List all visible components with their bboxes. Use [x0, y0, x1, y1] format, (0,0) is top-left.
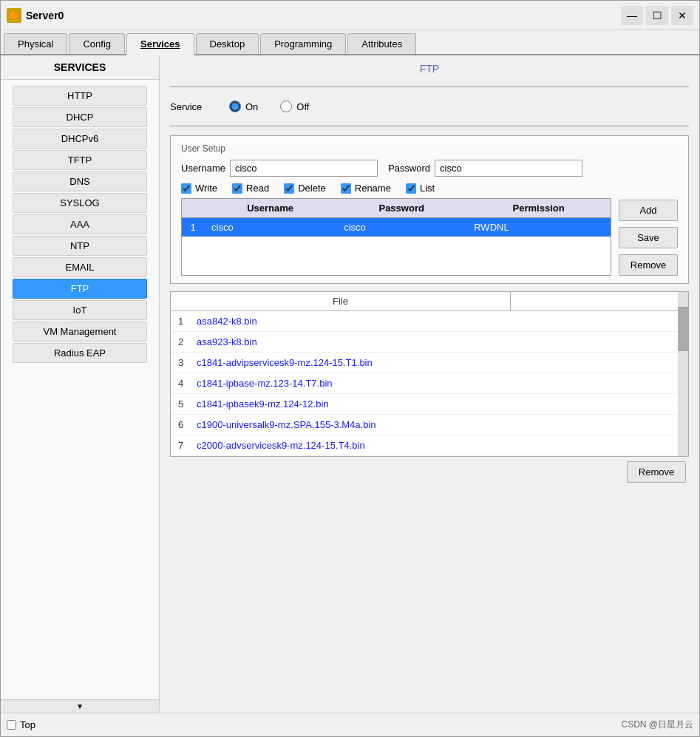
file-name[interactable]: c2000-advservicesk9-mz.124-15.T4.bin: [197, 440, 365, 451]
sidebar-scroll[interactable]: HTTP DHCP DHCPv6 TFTP DNS SYSLOG AAA NTP…: [1, 80, 159, 699]
file-name[interactable]: c1900-universalk9-mz.SPA.155-3.M4a.bin: [197, 419, 376, 430]
radio-on-label: On: [245, 101, 258, 112]
minimize-button[interactable]: —: [621, 6, 643, 25]
file-col-file-header: File: [171, 292, 511, 310]
sidebar-item-radius-eap[interactable]: Radius EAP: [13, 343, 147, 363]
checkbox-rename-input[interactable]: [341, 183, 351, 194]
checkbox-list[interactable]: List: [406, 183, 435, 194]
file-row-num: 7: [178, 440, 197, 451]
user-setup-title: User Setup: [181, 143, 678, 154]
list-item: 3 c1841-advipservicesk9-mz.124-15.T1.bin: [171, 353, 688, 373]
tab-desktop[interactable]: Desktop: [196, 33, 259, 54]
table-actions: Add Save Remove: [619, 198, 678, 276]
sidebar-item-dns[interactable]: DNS: [13, 171, 147, 191]
write-label: Write: [195, 183, 217, 194]
right-panel: FTP Service On Off U: [160, 55, 699, 713]
col-header-username: Username: [204, 199, 336, 218]
file-name[interactable]: asa923-k8.bin: [197, 336, 257, 347]
remove-user-button[interactable]: Remove: [619, 254, 678, 276]
table-row[interactable]: 1 cisco cisco RWDNL: [182, 218, 611, 237]
row-permission: RWDNL: [466, 218, 611, 237]
file-name[interactable]: c1841-ipbase-mz.123-14.T7.bin: [197, 378, 333, 389]
checkbox-delete[interactable]: Delete: [284, 183, 326, 194]
list-item: 1 asa842-k8.bin: [171, 311, 688, 332]
file-col-extra-header: [511, 292, 688, 310]
sidebar-item-vm-management[interactable]: VM Management: [13, 322, 147, 342]
top-checkbox[interactable]: [7, 720, 16, 730]
window-title: Server0: [26, 10, 621, 21]
checkbox-read-input[interactable]: [232, 183, 242, 194]
add-button[interactable]: Add: [619, 200, 678, 221]
file-row-num: 4: [178, 378, 197, 389]
tab-physical[interactable]: Physical: [4, 33, 67, 54]
radio-off-input[interactable]: [280, 101, 292, 112]
file-name[interactable]: asa842-k8.bin: [197, 316, 257, 327]
username-field: Username: [181, 160, 378, 177]
title-bar: 🔶 Server0 — ☐ ✕: [1, 1, 699, 30]
file-row-num: 6: [178, 419, 197, 430]
file-row-num: 2: [178, 336, 197, 347]
tab-attributes[interactable]: Attributes: [347, 33, 416, 54]
sidebar-item-email[interactable]: EMAIL: [13, 257, 147, 277]
sidebar-item-ntp[interactable]: NTP: [13, 236, 147, 256]
username-label: Username: [181, 163, 225, 174]
tab-programming[interactable]: Programming: [260, 33, 346, 54]
user-setup-box: User Setup Username Password: [170, 135, 689, 284]
list-item: 6 c1900-universalk9-mz.SPA.155-3.M4a.bin: [171, 415, 688, 435]
radio-on-input[interactable]: [229, 101, 241, 112]
scrollbar-thumb[interactable]: [678, 307, 688, 351]
username-input[interactable]: [230, 160, 378, 177]
file-list-scroll[interactable]: 1 asa842-k8.bin 2 asa923-k8.bin 3 c1841-…: [171, 311, 688, 456]
radio-off[interactable]: Off: [280, 101, 309, 112]
file-list-wrapper: File 1 asa842-k8.bin 2 asa923-k8.bin: [170, 291, 689, 487]
checkbox-write[interactable]: Write: [181, 183, 217, 194]
col-header-permission: Permission: [466, 199, 611, 218]
sidebar-item-tftp[interactable]: TFTP: [13, 150, 147, 170]
col-header-password: Password: [336, 199, 466, 218]
password-label: Password: [388, 163, 430, 174]
checkbox-write-input[interactable]: [181, 183, 191, 194]
file-row-num: 5: [178, 398, 197, 410]
file-row-num: 1: [178, 316, 197, 327]
divider-top: [170, 86, 689, 87]
window-icon: 🔶: [7, 8, 21, 23]
password-input[interactable]: [435, 160, 582, 177]
password-field: Password: [388, 160, 582, 177]
delete-label: Delete: [298, 183, 326, 194]
bottom-checkbox-row: Top: [7, 719, 35, 730]
sidebar-item-aaa[interactable]: AAA: [13, 214, 147, 234]
window-controls: — ☐ ✕: [621, 6, 693, 25]
col-header-num: [182, 199, 204, 218]
sidebar-scroll-down[interactable]: ▼: [1, 699, 159, 713]
maximize-button[interactable]: ☐: [646, 6, 668, 25]
main-window: 🔶 Server0 — ☐ ✕ Physical Config Services…: [0, 0, 700, 737]
sidebar-item-http[interactable]: HTTP: [13, 86, 147, 106]
remove-file-button[interactable]: Remove: [627, 461, 686, 483]
bottom-right-text: CSDN @日星月云: [621, 719, 693, 731]
checkbox-rename[interactable]: Rename: [341, 183, 391, 194]
checkbox-delete-input[interactable]: [284, 183, 294, 194]
save-button[interactable]: Save: [619, 227, 678, 248]
checkbox-list-input[interactable]: [406, 183, 416, 194]
radio-on[interactable]: On: [229, 101, 258, 112]
tab-services[interactable]: Services: [126, 33, 194, 55]
user-table-container: Username Password Permission 1 cisco cis…: [181, 198, 678, 276]
file-list-scrollbar[interactable]: [678, 292, 688, 456]
file-name[interactable]: c1841-advipservicesk9-mz.124-15.T1.bin: [197, 357, 373, 368]
top-label: Top: [20, 719, 35, 730]
row-username: cisco: [204, 218, 336, 237]
sidebar-item-iot[interactable]: IoT: [13, 300, 147, 320]
file-name[interactable]: c1841-ipbasek9-mz.124-12.bin: [197, 398, 329, 410]
sidebar-item-syslog[interactable]: SYSLOG: [13, 193, 147, 213]
list-item: 4 c1841-ipbase-mz.123-14.T7.bin: [171, 373, 688, 394]
sidebar-item-dhcpv6[interactable]: DHCPv6: [13, 129, 147, 149]
close-button[interactable]: ✕: [671, 6, 693, 25]
checkbox-read[interactable]: Read: [232, 183, 269, 194]
sidebar-item-dhcp[interactable]: DHCP: [13, 107, 147, 127]
sidebar-item-ftp[interactable]: FTP: [13, 279, 147, 299]
form-row: Username Password: [181, 160, 678, 177]
file-row-num: 3: [178, 357, 197, 368]
row-num: 1: [182, 218, 204, 237]
row-password: cisco: [336, 218, 466, 237]
tab-config[interactable]: Config: [69, 33, 125, 54]
